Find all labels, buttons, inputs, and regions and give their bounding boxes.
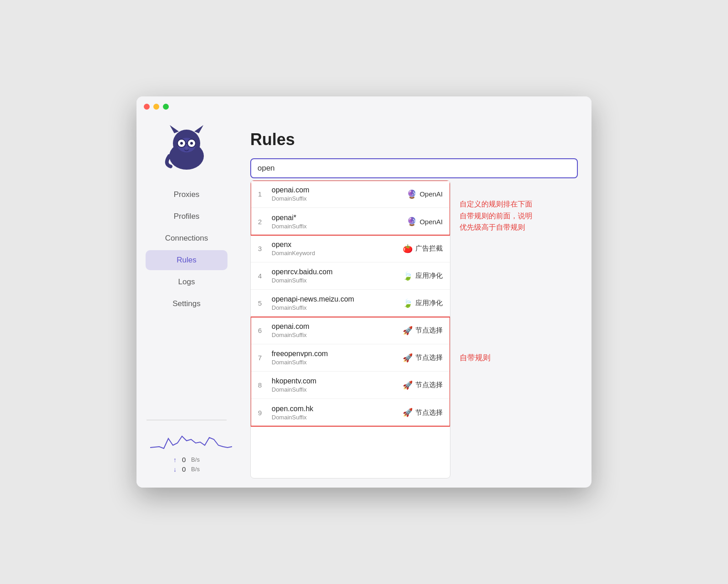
node-select-icon-3: 🚀: [403, 380, 413, 390]
table-row: 2 openai* DomainSuffix 🔮 OpenAI: [251, 208, 450, 235]
app-logo: [159, 121, 214, 176]
sidebar: Proxies Profiles Connections Rules Logs …: [136, 116, 237, 488]
minimize-button[interactable]: [153, 104, 159, 110]
upload-stat: ↑ 0 B/s: [150, 456, 223, 463]
traffic-lights: [144, 104, 169, 110]
svg-point-11: [190, 142, 193, 145]
app-clean-icon: 🍃: [403, 271, 413, 281]
table-row: 4 openrcv.baidu.com DomainSuffix 🍃 应用净化: [251, 262, 450, 290]
builtin-rules-group: 6 openai.com DomainSuffix 🚀 节点选择 7: [251, 317, 450, 426]
openai-icon: 🔮: [407, 189, 417, 199]
titlebar: [136, 96, 592, 116]
table-row: 1 openai.com DomainSuffix 🔮 OpenAI: [251, 181, 450, 208]
app-window: Proxies Profiles Connections Rules Logs …: [136, 96, 592, 488]
rules-and-annotations: 1 openai.com DomainSuffix 🔮 OpenAI: [250, 180, 578, 478]
download-stat: ↓ 0 B/s: [150, 465, 223, 473]
annotation-custom-rules: 自定义的规则排在下面 自带规则的前面，说明 优先级高于自带规则: [460, 198, 578, 233]
annotation-builtin-rules: 自带规则: [460, 352, 578, 364]
node-select-icon-2: 🚀: [403, 353, 413, 363]
table-row: 6 openai.com DomainSuffix 🚀 节点选择: [251, 317, 450, 344]
maximize-button[interactable]: [163, 104, 169, 110]
svg-marker-2: [170, 125, 179, 133]
table-row: 3 openx DomainKeyword 🍅 广告拦截: [251, 235, 450, 262]
sidebar-item-rules[interactable]: Rules: [146, 250, 228, 270]
sidebar-item-profiles[interactable]: Profiles: [146, 206, 228, 227]
search-input[interactable]: [250, 158, 578, 178]
openai-icon-2: 🔮: [407, 216, 417, 227]
network-stats: ↑ 0 B/s ↓ 0 B/s: [146, 426, 228, 478]
node-select-icon: 🚀: [403, 326, 413, 336]
content-area: Rules 1 openai.com DomainSuffix �: [237, 116, 592, 488]
upload-arrow-icon: ↑: [173, 456, 177, 463]
main-layout: Proxies Profiles Connections Rules Logs …: [136, 116, 592, 488]
close-button[interactable]: [144, 104, 150, 110]
rules-list[interactable]: 1 openai.com DomainSuffix 🔮 OpenAI: [250, 180, 450, 478]
svg-point-10: [180, 142, 183, 145]
sparkline-chart: [150, 429, 223, 452]
page-title: Rules: [250, 130, 578, 149]
table-row: 9 open.com.hk DomainSuffix 🚀 节点选择: [251, 399, 450, 426]
table-row: 8 hkopentv.com DomainSuffix 🚀 节点选择: [251, 372, 450, 399]
table-row: 5 openapi-news.meizu.com DomainSuffix 🍃 …: [251, 290, 450, 317]
node-select-icon-4: 🚀: [403, 408, 413, 418]
sidebar-divider: [147, 420, 227, 420]
svg-point-12: [185, 147, 188, 149]
custom-rules-group: 1 openai.com DomainSuffix 🔮 OpenAI: [251, 181, 450, 235]
table-row: 7 freeopenvpn.com DomainSuffix 🚀 节点选择: [251, 344, 450, 372]
sidebar-item-logs[interactable]: Logs: [146, 272, 228, 292]
annotations-column: 自定义的规则排在下面 自带规则的前面，说明 优先级高于自带规则 自带规则: [450, 180, 578, 478]
app-clean-icon-2: 🍃: [403, 298, 413, 308]
nav-items: Proxies Profiles Connections Rules Logs …: [136, 185, 237, 414]
sidebar-item-connections[interactable]: Connections: [146, 228, 228, 248]
sidebar-item-settings[interactable]: Settings: [146, 294, 228, 314]
svg-marker-3: [194, 125, 203, 133]
sidebar-item-proxies[interactable]: Proxies: [146, 185, 228, 205]
ad-block-icon: 🍅: [403, 244, 413, 254]
download-arrow-icon: ↓: [173, 466, 177, 473]
